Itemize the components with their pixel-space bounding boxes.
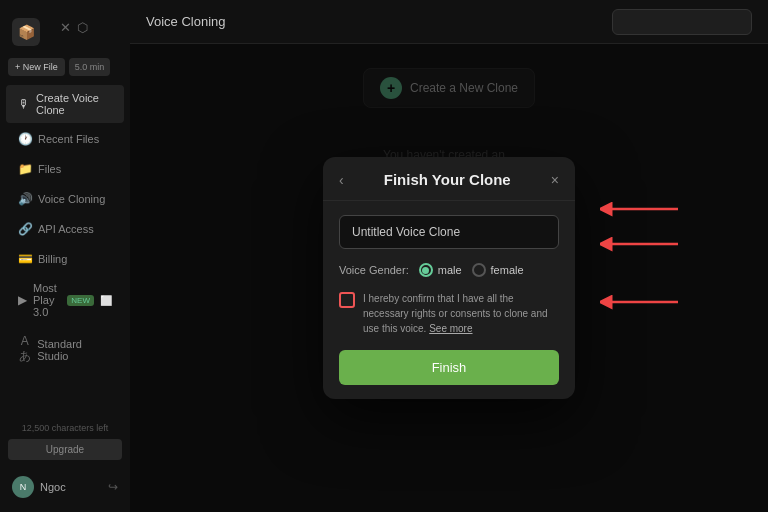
page-title: Voice Cloning: [146, 14, 226, 29]
sidebar-item-most-play[interactable]: ▶ Most Play 3.0 NEW ⬜: [6, 275, 124, 325]
arrow-input-container: [600, 199, 680, 219]
beta-badge: NEW: [67, 295, 94, 306]
terms-text: I hereby confirm that I have all the nec…: [363, 291, 559, 336]
sidebar-item-label: Standard Studio: [37, 338, 112, 362]
sidebar-item-billing[interactable]: 💳 Billing: [6, 245, 124, 273]
see-more-link[interactable]: See more: [429, 323, 472, 334]
finish-button[interactable]: Finish: [339, 350, 559, 385]
most-play-icon: ▶: [18, 293, 27, 307]
sidebar-item-label: API Access: [38, 223, 94, 235]
create-voice-clone-icon: 🎙: [18, 97, 30, 111]
modal-overlay: ‹ Finish Your Clone × Voice Gender: male: [130, 44, 768, 512]
modal-close-button[interactable]: ×: [551, 172, 559, 188]
male-radio-circle: [419, 263, 433, 277]
sidebar-item-voice-cloning[interactable]: 🔊 Voice Cloning: [6, 185, 124, 213]
search-box[interactable]: [612, 9, 752, 35]
expand-icon: ⬜: [100, 295, 112, 306]
arrow-input: [600, 199, 680, 219]
female-radio-label: female: [491, 264, 524, 276]
social-icons: ✕ ⬡: [48, 20, 100, 45]
twitter-icon[interactable]: ✕: [60, 20, 71, 35]
sidebar-item-create-voice-clone[interactable]: 🎙 Create Voice Clone: [6, 85, 124, 123]
sidebar: 📦 ✕ ⬡ + New File 5.0 min 🎙 Create Voice …: [0, 0, 130, 512]
sidebar-bottom: 12,500 characters left Upgrade: [0, 415, 130, 468]
files-icon: 📁: [18, 162, 32, 176]
billing-icon: 💳: [18, 252, 32, 266]
sidebar-item-api-access[interactable]: 🔗 API Access: [6, 215, 124, 243]
time-badge: 5.0 min: [69, 58, 111, 76]
standard-studio-icon: Aあ: [18, 334, 31, 365]
clone-name-input[interactable]: [339, 215, 559, 249]
modal-back-button[interactable]: ‹: [339, 172, 344, 188]
terms-checkbox[interactable]: [339, 292, 355, 308]
content-area: + Create a New Clone You haven't created…: [130, 44, 768, 512]
signout-icon[interactable]: ↪: [108, 480, 118, 494]
terms-row: I hereby confirm that I have all the nec…: [339, 291, 559, 336]
sidebar-btn-row: + New File 5.0 min: [0, 58, 130, 84]
logo-icon: 📦: [12, 18, 40, 46]
sidebar-item-label: Recent Files: [38, 133, 99, 145]
modal-title: Finish Your Clone: [384, 171, 511, 188]
user-row: N Ngoc ↪: [0, 468, 130, 502]
finish-clone-modal: ‹ Finish Your Clone × Voice Gender: male: [323, 157, 575, 399]
sidebar-item-label: Billing: [38, 253, 67, 265]
male-radio[interactable]: male: [419, 263, 462, 277]
arrow-finish-container: [600, 292, 680, 312]
modal-header: ‹ Finish Your Clone ×: [323, 157, 575, 201]
voice-gender-label: Voice Gender:: [339, 264, 409, 276]
new-file-button[interactable]: + New File: [8, 58, 65, 76]
user-name: Ngoc: [40, 481, 66, 493]
sidebar-item-label: Most Play 3.0: [33, 282, 59, 318]
sidebar-item-label: Voice Cloning: [38, 193, 105, 205]
female-radio[interactable]: female: [472, 263, 524, 277]
sidebar-item-files[interactable]: 📁 Files: [6, 155, 124, 183]
female-radio-circle: [472, 263, 486, 277]
arrow-gender-container: [600, 234, 680, 254]
api-access-icon: 🔗: [18, 222, 32, 236]
arrow-finish: [600, 292, 680, 312]
arrow-gender: [600, 234, 680, 254]
sidebar-item-label: Create Voice Clone: [36, 92, 112, 116]
sidebar-item-standard-studio[interactable]: Aあ Standard Studio: [6, 327, 124, 372]
modal-body: Voice Gender: male female: [323, 201, 575, 399]
topbar: Voice Cloning: [130, 0, 768, 44]
sidebar-item-recent-files[interactable]: 🕐 Recent Files: [6, 125, 124, 153]
voice-cloning-icon: 🔊: [18, 192, 32, 206]
male-radio-label: male: [438, 264, 462, 276]
upgrade-button[interactable]: Upgrade: [8, 439, 122, 460]
main-content: Voice Cloning + Create a New Clone You h…: [130, 0, 768, 512]
voice-gender-row: Voice Gender: male female: [339, 263, 559, 277]
sidebar-logo: 📦 ✕ ⬡: [0, 10, 130, 58]
male-radio-dot: [422, 267, 429, 274]
recent-files-icon: 🕐: [18, 132, 32, 146]
discord-icon[interactable]: ⬡: [77, 20, 88, 35]
sidebar-item-label: Files: [38, 163, 61, 175]
chars-left: 12,500 characters left: [8, 423, 122, 433]
avatar: N: [12, 476, 34, 498]
